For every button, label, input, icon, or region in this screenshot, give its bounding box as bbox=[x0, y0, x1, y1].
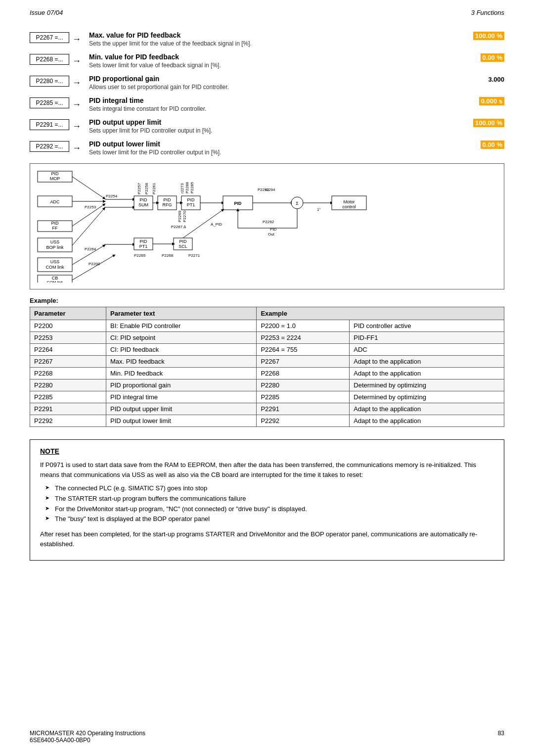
note-outro: After reset has been completed, for the … bbox=[40, 529, 494, 549]
param-row: P2291 =...→PID output upper limitSets up… bbox=[30, 118, 504, 134]
table-cell: ADC bbox=[350, 344, 504, 356]
svg-text:PT1: PT1 bbox=[187, 202, 195, 207]
param-value: 0.000 s bbox=[465, 96, 504, 105]
table-cell: PID output upper limit bbox=[106, 403, 256, 415]
param-desc: Sets integral time constant for PID cont… bbox=[89, 105, 465, 112]
svg-text:control: control bbox=[342, 204, 356, 209]
table-cell: Min. PID feedback bbox=[106, 368, 256, 379]
svg-text:PID: PID bbox=[270, 227, 277, 232]
table-cell: P2253 bbox=[30, 332, 106, 344]
note-bullet: The "busy" text is displayed at the BOP … bbox=[45, 514, 494, 524]
table-row: P2200BI: Enable PID controllerP2200 = 1.… bbox=[30, 320, 504, 332]
table-cell: P2268 bbox=[30, 368, 106, 379]
footer-right: 83 bbox=[498, 730, 504, 744]
table-row: P2253CI: PID setpointP2253 = 2224PID-FF1 bbox=[30, 332, 504, 344]
table-cell: P2200 = 1.0 bbox=[257, 320, 350, 332]
page-footer: MICROMASTER 420 Operating Instructions 6… bbox=[30, 730, 504, 744]
param-row: P2292 =...→PID output lower limitSets lo… bbox=[30, 140, 504, 156]
note-bullet: The connected PLC (e.g. SIMATIC S7) goes… bbox=[45, 483, 494, 494]
svg-text:Motor: Motor bbox=[343, 199, 355, 204]
table-body: P2200BI: Enable PID controllerP2200 = 1.… bbox=[30, 320, 504, 427]
svg-text:PT1: PT1 bbox=[139, 244, 148, 249]
table-cell: PID output lower limit bbox=[106, 415, 256, 427]
param-desc: Sets upper limit for PID controller outp… bbox=[89, 127, 465, 134]
table-cell: BI: Enable PID controller bbox=[106, 320, 256, 332]
param-title: Max. value for PID feedback bbox=[89, 31, 465, 39]
col-header-text: Parameter text bbox=[106, 307, 256, 320]
svg-text:1°: 1° bbox=[317, 207, 321, 212]
svg-text:P2258: P2258 bbox=[144, 183, 149, 194]
table-cell: P2291 bbox=[257, 403, 350, 415]
svg-text:r2273: r2273 bbox=[180, 183, 184, 193]
note-bullet: For the DriveMonitor start-up program, "… bbox=[45, 504, 494, 515]
param-info: PID proportional gainAllows user to set … bbox=[84, 75, 465, 91]
table-cell: Adapt to the application bbox=[350, 403, 504, 415]
footer-left: MICROMASTER 420 Operating Instructions 6… bbox=[30, 730, 145, 744]
param-title: Min. value for PID feedback bbox=[89, 53, 465, 61]
svg-text:P2270: P2270 bbox=[182, 210, 187, 222]
param-value: 3.000 bbox=[465, 75, 504, 83]
param-desc: Allows user to set proportional gain for… bbox=[89, 84, 465, 91]
svg-text:MOP: MOP bbox=[50, 176, 60, 181]
table-row: P2267Max. PID feedbackP2267Adapt to the … bbox=[30, 356, 504, 368]
param-info: Min. value for PID feedbackSets lower li… bbox=[84, 53, 465, 69]
svg-text:P2261: P2261 bbox=[152, 183, 156, 194]
param-row: P2268 =...→Min. value for PID feedbackSe… bbox=[30, 53, 504, 69]
svg-line-17 bbox=[72, 177, 104, 198]
page-header: Issue 07/04 3 Functions bbox=[0, 0, 534, 21]
svg-text:PID: PID bbox=[163, 197, 171, 202]
param-title: PID integral time bbox=[89, 96, 465, 104]
param-desc: Sets lower limit for the PID controller … bbox=[89, 149, 465, 156]
table-cell: Determined by optimizing bbox=[350, 391, 504, 403]
svg-text:r2294: r2294 bbox=[265, 188, 275, 192]
table-row: P2268Min. PID feedbackP2268Adapt to the … bbox=[30, 368, 504, 379]
note-section: NOTE If P0971 is used to start data save… bbox=[30, 439, 504, 561]
param-arrow-icon: → bbox=[72, 56, 81, 66]
note-bullet: The STARTER start-up program buffers the… bbox=[45, 494, 494, 504]
header-right: 3 Functions bbox=[471, 9, 504, 16]
table-cell: P2264 bbox=[30, 344, 106, 356]
param-title: PID proportional gain bbox=[89, 75, 465, 83]
table-row: P2292PID output lower limitP2292Adapt to… bbox=[30, 415, 504, 427]
param-title: PID output lower limit bbox=[89, 140, 465, 148]
svg-text:P2264: P2264 bbox=[85, 247, 96, 251]
param-value: 100.00 % bbox=[465, 118, 504, 127]
table-cell: Determined by optimizing bbox=[350, 379, 504, 391]
svg-text:P2292: P2292 bbox=[263, 220, 274, 224]
svg-text:P2288: P2288 bbox=[185, 182, 189, 193]
param-arrow-icon: → bbox=[72, 78, 81, 88]
svg-text:P2254: P2254 bbox=[106, 194, 118, 198]
svg-text:USS: USS bbox=[50, 259, 60, 264]
svg-text:PID: PID bbox=[139, 239, 147, 244]
table-cell: PID controller active bbox=[350, 320, 504, 332]
table-cell: Max. PID feedback bbox=[106, 356, 256, 368]
svg-text:P2265: P2265 bbox=[134, 253, 146, 258]
param-desc: Sets the upper limit for the value of th… bbox=[89, 40, 465, 47]
param-arrow-icon: → bbox=[72, 99, 81, 110]
table-cell: CI: PID setpoint bbox=[106, 332, 256, 344]
param-id: P2291 =... bbox=[30, 119, 69, 130]
svg-text:PID: PID bbox=[187, 197, 195, 202]
param-title: PID output upper limit bbox=[89, 118, 465, 126]
table-cell: P2264 = 755 bbox=[257, 344, 350, 356]
parameter-rows: P2267 =...→Max. value for PID feedbackSe… bbox=[30, 31, 504, 156]
param-arrow-icon: → bbox=[72, 143, 81, 153]
col-header-example: Example bbox=[257, 307, 504, 320]
note-title: NOTE bbox=[40, 447, 494, 455]
table-row: P2285PID integral timeP2285Determined by… bbox=[30, 391, 504, 403]
svg-text:RFG: RFG bbox=[163, 202, 172, 207]
svg-text:PID: PID bbox=[51, 221, 59, 226]
svg-text:SUM: SUM bbox=[138, 202, 148, 207]
table-cell: P2292 bbox=[30, 415, 106, 427]
svg-text:P2285: P2285 bbox=[190, 182, 194, 193]
table-cell: P2285 bbox=[30, 391, 106, 403]
param-id: P2285 =... bbox=[30, 97, 69, 108]
table-cell: P2285 bbox=[257, 391, 350, 403]
svg-text:P2253: P2253 bbox=[85, 205, 96, 209]
col-header-parameter: Parameter bbox=[30, 307, 106, 320]
param-info: PID output upper limitSets upper limit f… bbox=[84, 118, 465, 134]
svg-text:P2268: P2268 bbox=[162, 253, 174, 258]
svg-text:Σ: Σ bbox=[296, 201, 299, 206]
svg-text:COM link: COM link bbox=[45, 265, 64, 270]
param-id: P2292 =... bbox=[30, 141, 69, 152]
